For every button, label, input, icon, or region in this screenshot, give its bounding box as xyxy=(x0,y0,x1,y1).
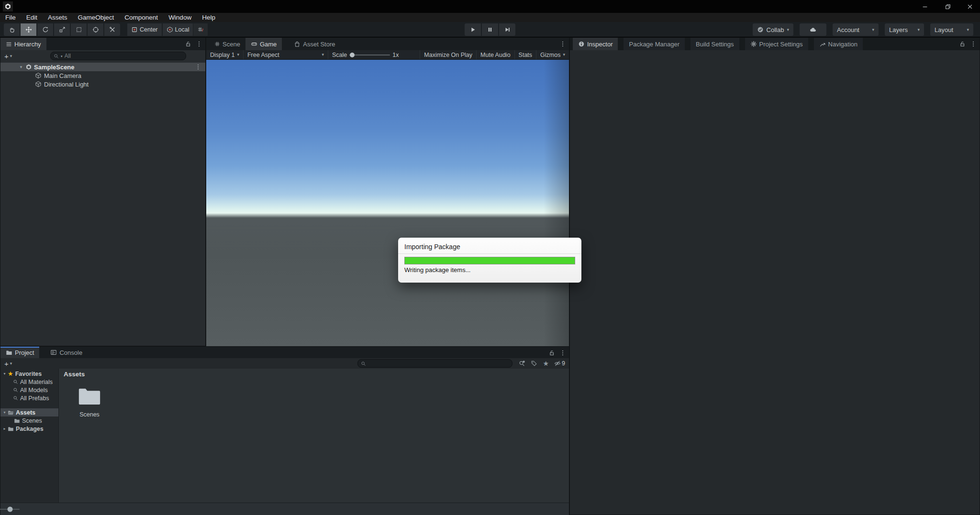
tree-item-assets[interactable]: ▾ Assets xyxy=(0,408,58,416)
packages-label: Packages xyxy=(16,426,44,432)
tab-build-settings[interactable]: Build Settings xyxy=(690,38,739,50)
foldout-arrow-icon[interactable]: ▾ xyxy=(1,411,8,415)
tab-package-manager[interactable]: Package Manager xyxy=(624,38,685,50)
menu-file[interactable]: File xyxy=(0,14,21,21)
scale-slider[interactable] xyxy=(349,55,390,55)
tab-console[interactable]: Console xyxy=(45,347,88,358)
rotate-tool-button[interactable] xyxy=(37,23,53,36)
lock-icon[interactable] xyxy=(185,41,191,47)
stats-toggle[interactable]: Stats xyxy=(515,50,537,59)
lock-icon[interactable] xyxy=(959,41,966,47)
kebab-menu-icon[interactable] xyxy=(559,41,566,47)
menu-window[interactable]: Window xyxy=(163,14,197,21)
chevron-down-icon: ▾ xyxy=(787,28,789,32)
tree-item-favorites[interactable]: ▾ ★ Favorites xyxy=(0,370,58,378)
move-tool-button[interactable] xyxy=(21,23,36,36)
aspect-dropdown[interactable]: Free Aspect ▾ xyxy=(244,50,328,59)
lock-icon[interactable] xyxy=(548,350,555,356)
chevron-down-icon[interactable]: ▾ xyxy=(10,54,12,58)
layers-dropdown[interactable]: Layers ▾ xyxy=(885,23,924,36)
tree-item-all-models[interactable]: All Models xyxy=(0,386,58,394)
menu-edit[interactable]: Edit xyxy=(21,14,43,21)
tab-project-settings[interactable]: Project Settings xyxy=(745,38,808,50)
tab-project[interactable]: Project xyxy=(0,347,39,358)
tab-asset-store[interactable]: Asset Store xyxy=(289,38,340,50)
project-search-input[interactable] xyxy=(368,360,509,367)
hierarchy-panel: Hierarchy + ▾ ▾ ▾ SampleScene Main Camer… xyxy=(0,37,206,346)
kebab-menu-icon[interactable] xyxy=(196,41,202,47)
inspector-panel: Inspector Package Manager Build Settings… xyxy=(569,37,980,515)
pause-button[interactable] xyxy=(482,23,498,36)
transform-tools-group xyxy=(4,23,120,36)
hierarchy-tree: ▾ SampleScene Main Camera Directional Li… xyxy=(0,62,205,88)
search-icon xyxy=(13,379,18,384)
chevron-down-icon: ▾ xyxy=(917,28,920,32)
chevron-down-icon: ▾ xyxy=(563,53,565,57)
custom-tools-button[interactable] xyxy=(104,23,120,36)
hidden-packages-toggle[interactable]: 9 xyxy=(554,360,565,367)
tab-navigation[interactable]: Navigation xyxy=(814,38,863,50)
gizmos-dropdown[interactable]: Gizmos ▾ xyxy=(536,50,569,59)
tab-game[interactable]: Game xyxy=(245,38,282,50)
tree-item-scenes[interactable]: Scenes xyxy=(0,416,58,425)
restore-button[interactable] xyxy=(941,0,955,13)
menu-component[interactable]: Component xyxy=(119,14,163,21)
kebab-menu-icon[interactable] xyxy=(559,350,566,356)
menu-assets[interactable]: Assets xyxy=(43,14,73,21)
collab-dropdown[interactable]: Collab ▾ xyxy=(753,23,793,36)
pivot-local-button[interactable]: Local xyxy=(163,23,193,36)
chevron-down-icon[interactable]: ▾ xyxy=(61,55,63,58)
tag-icon[interactable] xyxy=(531,360,537,367)
create-asset-button[interactable]: + xyxy=(4,360,9,368)
add-object-button[interactable]: + xyxy=(4,52,9,60)
all-prefabs-label: All Prefabs xyxy=(20,395,49,402)
scale-value: 1x xyxy=(392,52,399,58)
grid-snap-button[interactable] xyxy=(193,23,208,36)
tab-inspector[interactable]: Inspector xyxy=(573,38,618,50)
rect-tool-button[interactable] xyxy=(71,23,87,36)
foldout-arrow-icon[interactable]: ▾ xyxy=(1,372,8,376)
chevron-down-icon[interactable]: ▾ xyxy=(10,362,12,366)
search-icon xyxy=(361,361,366,366)
tree-item-scene[interactable]: ▾ SampleScene xyxy=(0,63,205,71)
icon-size-slider-knob[interactable] xyxy=(8,507,13,512)
hierarchy-search-input[interactable] xyxy=(65,53,183,59)
close-button[interactable] xyxy=(963,0,977,13)
account-dropdown[interactable]: Account ▾ xyxy=(833,23,879,36)
mute-audio-toggle[interactable]: Mute Audio xyxy=(477,50,515,59)
scale-tool-button[interactable] xyxy=(54,23,70,36)
pivot-local-label: Local xyxy=(175,26,189,33)
tree-item-all-prefabs[interactable]: All Prefabs xyxy=(0,394,58,402)
kebab-menu-icon[interactable] xyxy=(195,64,201,70)
tree-item-main-camera[interactable]: Main Camera xyxy=(0,71,205,80)
scale-slider-knob[interactable] xyxy=(350,53,355,57)
cloud-button[interactable] xyxy=(800,23,826,36)
favorites-star-icon[interactable]: ★ xyxy=(543,360,549,367)
star-icon: ★ xyxy=(8,371,13,377)
maximize-on-play-toggle[interactable]: Maximize On Play xyxy=(420,50,477,59)
tab-hierarchy[interactable]: Hierarchy xyxy=(0,38,46,50)
minimize-button[interactable] xyxy=(918,0,932,13)
display-dropdown[interactable]: Display 1 ▾ xyxy=(206,50,244,59)
asset-tile-scenes[interactable]: Scenes xyxy=(71,386,108,418)
tree-item-all-materials[interactable]: All Materials xyxy=(0,378,58,386)
play-button[interactable] xyxy=(465,23,481,36)
tree-item-packages[interactable]: ▸ Packages xyxy=(0,425,58,433)
icon-size-slider[interactable] xyxy=(0,509,20,510)
kebab-menu-icon[interactable] xyxy=(970,41,977,47)
foldout-arrow-icon[interactable]: ▸ xyxy=(1,427,8,431)
inspector-tabstrip: Inspector Package Manager Build Settings… xyxy=(570,38,980,50)
pivot-center-button[interactable]: Center xyxy=(127,23,162,36)
scene-grid-icon xyxy=(214,41,220,47)
tab-scene[interactable]: Scene xyxy=(209,38,245,50)
layout-dropdown[interactable]: Layout ▾ xyxy=(930,23,973,36)
menu-gameobject[interactable]: GameObject xyxy=(73,14,120,21)
tree-item-directional-light[interactable]: Directional Light xyxy=(0,80,205,88)
transform-tool-button[interactable] xyxy=(88,23,103,36)
step-button[interactable] xyxy=(499,23,515,36)
menu-help[interactable]: Help xyxy=(197,14,221,21)
chevron-down-icon: ▾ xyxy=(237,53,239,57)
foldout-arrow-icon[interactable]: ▾ xyxy=(18,65,24,69)
search-by-type-icon[interactable] xyxy=(519,360,525,367)
hand-tool-button[interactable] xyxy=(4,23,20,36)
